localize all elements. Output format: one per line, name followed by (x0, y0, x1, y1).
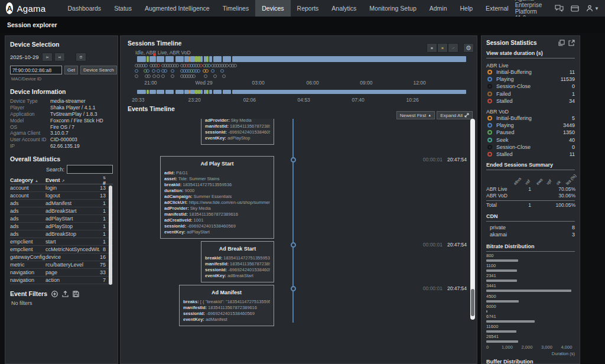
sessions-main-timeline-bar[interactable] (129, 56, 467, 62)
timeline-segment (165, 90, 174, 94)
cdn-value: 3 (572, 232, 575, 238)
bitrate-category-label: 800 (486, 254, 575, 258)
table-row[interactable]: navigationpage33 (10, 269, 113, 277)
timeline-segment (209, 90, 212, 94)
event-card[interactable]: Ad Play StartadId: P&G1asset: Tide: Summ… (160, 156, 274, 239)
nav-item-analytics[interactable]: Analytics (325, 0, 363, 17)
nav-item-admin[interactable]: Admin (423, 0, 454, 17)
axis-tick-label: 09:00 (360, 80, 372, 86)
event-dots-strip (129, 64, 467, 79)
cell-event: adBreakStart (45, 208, 100, 214)
column-count[interactable]: ⇅ # (100, 174, 113, 186)
event-dot (152, 69, 155, 73)
bitrate-axis-tick: 3,000 (541, 344, 552, 350)
table-row[interactable]: adsadBreakStop1 (10, 230, 113, 238)
prev-day-button[interactable] (42, 53, 53, 61)
axis-tick-label: 04:53 (298, 97, 310, 103)
state-ring-icon (487, 145, 492, 150)
event-card[interactable]: Ad Manifestbreaks: [ { "breakId": "18354… (179, 285, 274, 326)
nav-item-dashboards[interactable]: Dashboards (61, 0, 108, 17)
table-row[interactable]: empclientstart1 (10, 238, 113, 246)
table-row[interactable]: metricrcu/batteryLevel75 (10, 261, 113, 269)
nav-item-status[interactable]: Status (108, 0, 138, 17)
nav-item-reports[interactable]: Reports (291, 0, 326, 17)
nav-item-augmented-intelligence[interactable]: Augmented Intelligence (138, 0, 216, 17)
bitrate-bar (486, 300, 519, 303)
event-card[interactable]: Ad Break StartbreakId: 18354114727513559… (201, 241, 274, 282)
timeline-settings-gear-icon[interactable]: ⚙ (463, 43, 474, 53)
events-scrollbar-thumb[interactable] (471, 289, 474, 316)
statistics-table: Category▲ Event↗ ⇅ # accountlogin13accou… (10, 176, 113, 284)
info-value: media-streamer (50, 98, 86, 104)
nav-item-monitoring-setup[interactable]: Monitoring Setup (363, 0, 422, 17)
copy-icon[interactable] (558, 40, 565, 46)
get-button[interactable]: Get (64, 66, 78, 74)
external-link-icon[interactable] (568, 40, 575, 46)
events-scrollbar[interactable] (470, 119, 475, 320)
event-time: 20:47:54 (447, 242, 467, 248)
state-view-button[interactable] (437, 43, 448, 53)
subheader: Session explorer (0, 17, 605, 33)
table-row[interactable]: adsadManifest1 (10, 200, 113, 207)
cell-event: logout (45, 193, 100, 199)
bitrate-category-label: 11600 (486, 324, 575, 329)
nav-item-external[interactable]: External (479, 0, 515, 17)
table-row[interactable]: accountlogin13 (10, 184, 113, 192)
agama-logo-icon[interactable]: A (6, 2, 13, 14)
axis-tick-label: 12:00 (413, 80, 425, 86)
event-timestamp: 00:00:0120:47:54 (423, 157, 467, 162)
chat-icon[interactable] (555, 5, 564, 12)
timeline-segment (175, 56, 184, 62)
search-input[interactable] (67, 165, 113, 174)
event-card[interactable]: adProvider: Sky MediamanifestId: 1835411… (201, 119, 274, 145)
next-day-button[interactable] (54, 53, 65, 61)
save-filter-icon[interactable] (73, 291, 79, 297)
column-event[interactable]: Event↗ (45, 177, 100, 183)
table-row[interactable]: empclientccMetricNotSyncedWit...8 (10, 246, 113, 254)
add-filter-icon[interactable] (51, 291, 58, 297)
event-card-title: Ad Break Start (205, 246, 270, 252)
column-category[interactable]: Category▲ (10, 177, 45, 183)
cdn-list: private8akamai3 (486, 224, 575, 238)
axis-tick-label: 21:00 (144, 80, 157, 86)
event-dot (171, 74, 174, 78)
nav-item-timelines[interactable]: Timelines (216, 0, 256, 17)
table-row[interactable]: adsadBreakStart1 (10, 207, 113, 215)
bitrate-bar (486, 310, 487, 313)
cell-category: account (10, 185, 45, 191)
table-row[interactable]: accountlogout13 (10, 192, 113, 200)
timeline-axis-bottom: 20:3323:2002:0604:5307:4010:26 (129, 97, 467, 103)
user-menu-icon[interactable]: ▼ (586, 5, 599, 12)
device-search-button[interactable]: Device Search (80, 66, 117, 74)
state-label: Paused (496, 129, 563, 135)
state-value: 0 (572, 83, 575, 89)
nav-item-devices[interactable]: Devices (255, 0, 290, 17)
timeline-segment (190, 90, 195, 94)
table-scrollbar-thumb[interactable] (109, 186, 112, 285)
calendar-button[interactable] (76, 53, 86, 61)
sessions-mini-timeline-bar[interactable] (129, 90, 467, 94)
newest-first-button[interactable]: Newest First▲ (396, 111, 435, 119)
table-row[interactable]: adsadPlayStop1 (10, 223, 113, 230)
view-state-row: Paused1350 (486, 129, 575, 136)
table-row[interactable]: adsadPlayStart1 (10, 215, 113, 223)
timeline-segment (223, 90, 231, 94)
table-row[interactable]: gatewayConfigdevice16 (10, 254, 113, 261)
line-chart-view-button[interactable] (448, 43, 458, 53)
expand-all-button[interactable]: Expand All (437, 111, 473, 119)
bitrate-bar-row: 2341 (486, 274, 575, 282)
block-view-button[interactable] (427, 43, 437, 53)
bitrate-distribution-heading: Bitrate Distribution (486, 243, 575, 252)
mac-device-id-input[interactable] (10, 66, 62, 74)
table-row[interactable]: navigationaction7 (10, 277, 113, 284)
no-filters-text: No filters (11, 300, 113, 306)
selected-date: 2025-10-29 (10, 54, 42, 60)
view-state-groups: ABR LiveInitial-Buffering11Playing11539S… (486, 63, 575, 158)
timeline-segment (157, 56, 164, 62)
event-field: adCampaign: Summer Essentials (164, 194, 270, 200)
upload-filter-icon[interactable] (62, 291, 69, 297)
wallet-icon[interactable] (571, 5, 579, 12)
device-info-row: IP62.66.135.19 (10, 143, 113, 150)
nav-item-help[interactable]: Help (454, 0, 480, 17)
event-field: sessionId: -6969242401538460569 (205, 129, 270, 135)
